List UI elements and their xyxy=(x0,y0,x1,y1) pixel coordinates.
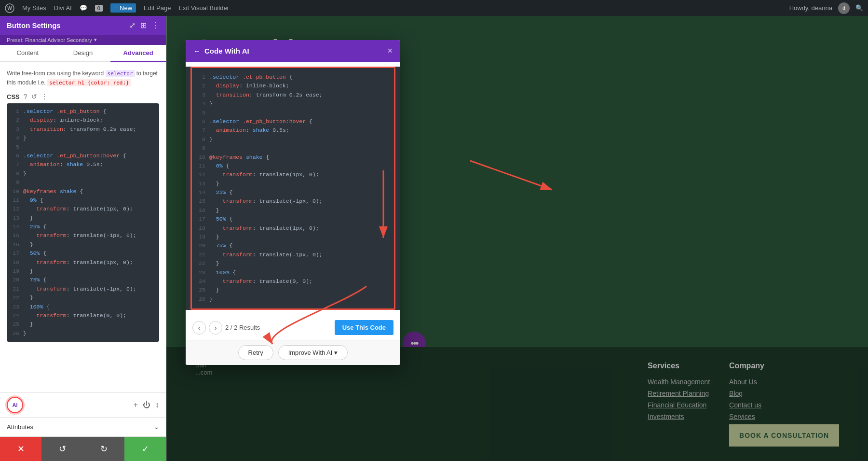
selector-example: selector h1 {color: red;} xyxy=(47,79,131,86)
improve-label: Improve With AI xyxy=(288,349,333,356)
undo-button[interactable]: ↺ xyxy=(41,437,83,461)
main-wrapper: Button Settings ⤢ ⊞ ⋮ Preset: Financial … xyxy=(0,16,868,461)
modal-results-text: 2 / 2 Results xyxy=(225,324,260,331)
tab-advanced[interactable]: Advanced xyxy=(110,45,166,62)
user-avatar: d xyxy=(838,2,850,14)
divi-ai-link[interactable]: Divi AI xyxy=(54,4,72,12)
redo-button[interactable]: ↻ xyxy=(83,437,124,461)
panel-title: Button Settings xyxy=(7,21,61,29)
tab-design[interactable]: Design xyxy=(55,45,111,62)
howdy-text: Howdy, deanna xyxy=(789,4,832,12)
ai-button[interactable]: AI xyxy=(7,397,23,413)
exit-builder-link[interactable]: Exit Visual Builder xyxy=(178,4,229,12)
modal-footer: ‹ › 2 / 2 Results Use This Code xyxy=(186,315,400,340)
add-icon[interactable]: + xyxy=(134,401,138,409)
panel-header: Button Settings ⤢ ⊞ ⋮ xyxy=(0,16,166,35)
cancel-button[interactable]: ✕ xyxy=(0,437,41,461)
modal-prev-button[interactable]: ‹ xyxy=(192,321,206,335)
modal-title-text: Code With AI xyxy=(204,47,249,55)
modal-actions: Retry Improve With AI ▾ xyxy=(186,340,400,365)
save-button[interactable]: ✓ xyxy=(124,437,166,461)
redo-icon: ↻ xyxy=(100,444,108,454)
modal-code-editor[interactable]: 1.selector .et_pb_button { 2 display: in… xyxy=(192,68,394,308)
power-icon[interactable]: ⏻ xyxy=(143,401,150,409)
modal-title: ← Code With AI xyxy=(193,47,249,55)
cancel-icon: ✕ xyxy=(17,444,25,454)
selector-keyword: selector xyxy=(106,70,135,77)
modal-close-button[interactable]: × xyxy=(387,46,393,56)
css-undo-icon[interactable]: ↺ xyxy=(31,93,37,100)
css-toolbar: CSS ? ↺ ⋮ xyxy=(7,93,159,100)
panel-fullscreen-icon[interactable]: ⤢ xyxy=(129,21,136,30)
modal-next-button[interactable]: › xyxy=(209,321,222,335)
improve-with-ai-button[interactable]: Improve With AI ▾ xyxy=(278,345,348,360)
panel-hint: Write free-form css using the keyword se… xyxy=(7,69,159,87)
panel-bottom-bar: AI + ⏻ ↕ xyxy=(0,392,166,417)
right-preview: Something More Custom? Don't hesitate to… xyxy=(166,16,868,461)
panel-content: Write free-form css using the keyword se… xyxy=(0,62,166,392)
css-more-icon[interactable]: ⋮ xyxy=(41,93,48,100)
comments-count: 0 xyxy=(95,5,103,12)
panel-columns-icon[interactable]: ⊞ xyxy=(140,21,147,30)
attributes-section[interactable]: Attributes ⌄ xyxy=(0,417,166,436)
comment-icon: 💬 xyxy=(80,4,87,12)
panel-more-icon[interactable]: ⋮ xyxy=(151,21,159,30)
panel-tabs: Content Design Advanced xyxy=(0,45,166,62)
wp-admin-bar: W My Sites Divi AI 💬 0 + New Edit Page E… xyxy=(0,0,868,16)
improve-chevron-icon: ▾ xyxy=(334,349,338,356)
modal-back-icon[interactable]: ← xyxy=(193,47,201,55)
attributes-label: Attributes xyxy=(7,423,33,431)
tab-content[interactable]: Content xyxy=(0,45,55,62)
code-with-ai-modal: ← Code With AI × 1.selector .et_pb_butto… xyxy=(186,40,400,365)
panel-header-icons: ⤢ ⊞ ⋮ xyxy=(129,21,159,30)
svg-text:W: W xyxy=(7,6,12,11)
my-sites-link[interactable]: My Sites xyxy=(22,4,46,12)
css-label: CSS xyxy=(7,93,20,100)
footer-actions: ✕ ↺ ↻ ✓ xyxy=(0,436,166,461)
modal-header: ← Code With AI × xyxy=(186,40,400,62)
use-this-code-button[interactable]: Use This Code xyxy=(335,320,393,335)
modal-code-red-border: 1.selector .et_pb_button { 2 display: in… xyxy=(190,67,395,310)
retry-button[interactable]: Retry xyxy=(238,345,273,360)
modal-nav: ‹ › 2 / 2 Results xyxy=(192,321,260,335)
attributes-chevron-icon: ⌄ xyxy=(154,423,159,431)
modal-body: 1.selector .et_pb_button { 2 display: in… xyxy=(186,67,400,310)
modal-overlay: ← Code With AI × 1.selector .et_pb_butto… xyxy=(166,16,868,461)
search-icon[interactable]: 🔍 xyxy=(855,4,863,12)
sort-icon[interactable]: ↕ xyxy=(155,401,159,409)
panel-preset: Preset: Financial Advisor Secondary ▾ xyxy=(0,35,166,45)
preset-dropdown-icon[interactable]: ▾ xyxy=(94,37,97,43)
left-panel: Button Settings ⤢ ⊞ ⋮ Preset: Financial … xyxy=(0,16,166,461)
css-code-editor[interactable]: 1.selector .et_pb_button { 2 display: in… xyxy=(7,103,159,342)
undo-icon: ↺ xyxy=(59,444,66,454)
edit-page-link[interactable]: Edit Page xyxy=(144,4,171,12)
new-link[interactable]: + New xyxy=(110,3,136,13)
admin-bar-right: Howdy, deanna d 🔍 xyxy=(789,2,863,14)
bottom-bar-icons: + ⏻ ↕ xyxy=(134,401,159,409)
css-help-icon[interactable]: ? xyxy=(24,93,27,100)
save-icon: ✓ xyxy=(142,444,149,454)
preset-text: Preset: Financial Advisor Secondary xyxy=(7,37,92,43)
wp-logo-icon: W xyxy=(5,3,14,13)
